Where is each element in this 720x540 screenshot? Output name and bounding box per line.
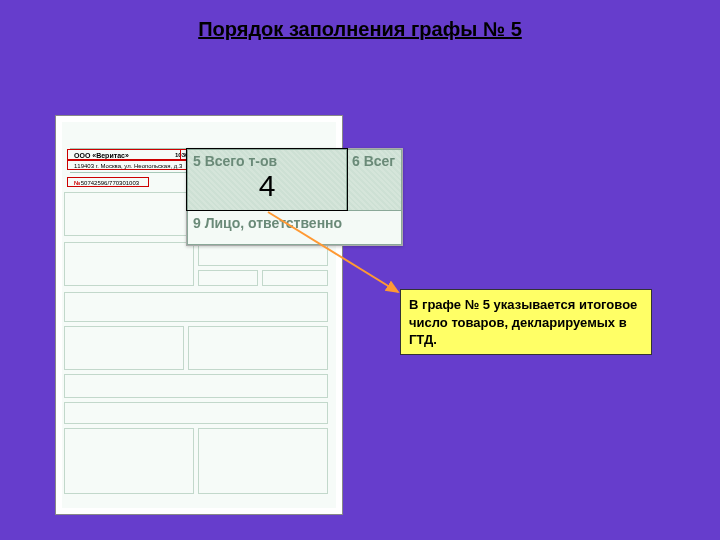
info-text: В графе № 5 указывается итоговое число т… — [409, 297, 637, 347]
cell-5-value: 4 — [187, 169, 347, 203]
cell-5-label: 5 Всего т-ов — [193, 153, 277, 169]
info-box: В графе № 5 указывается итоговое число т… — [400, 289, 652, 355]
cell-6: 6 Всег — [347, 149, 402, 211]
cell-6-label: 6 Всег — [352, 153, 395, 169]
cell-9-label: 9 Лицо, ответственно — [193, 215, 342, 231]
cell-9: 9 Лицо, ответственно — [187, 211, 402, 245]
page-title: Порядок заполнения графы № 5 — [198, 18, 522, 41]
callout-zoom: 5 Всего т-ов 6 Всег 9 Лицо, ответственно… — [186, 148, 403, 246]
red-box-addr — [67, 160, 199, 170]
red-box-no — [67, 177, 149, 187]
